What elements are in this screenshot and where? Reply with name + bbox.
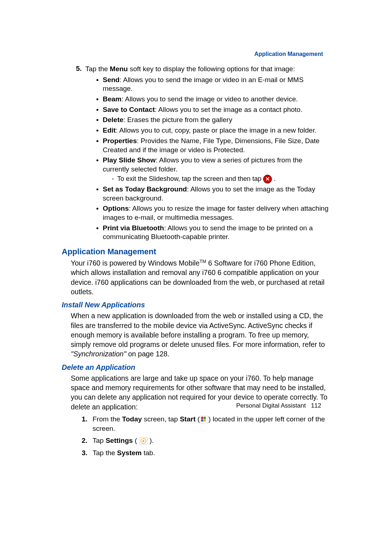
list-item: Save to Contact: Allows you to set the i…	[96, 105, 330, 114]
document-page: Application Management 5. Tap the Menu s…	[0, 0, 392, 458]
section-heading-app-mgmt: Application Management	[62, 247, 330, 256]
sub-list: To exit the Slideshow, tap the screen an…	[103, 175, 330, 183]
menu-options-list: Send: Allows you to send the image or vi…	[62, 76, 330, 242]
settings-gear-icon	[139, 437, 148, 445]
sub-list-item: To exit the Slideshow, tap the screen an…	[112, 175, 330, 183]
header-section-title: Application Management	[62, 51, 330, 57]
list-item: Edit: Allows you to cut, copy, paste or …	[96, 126, 330, 135]
list-item: Print via Bluetooth: Allows you to send …	[96, 224, 330, 242]
step-item: 3. Tap the System tab.	[82, 448, 330, 458]
step-item: 1. From the Today screen, tap Start ( ) …	[82, 414, 330, 433]
sub-heading-install: Install New Applications	[62, 301, 330, 309]
install-body: When a new application is downloaded fro…	[62, 311, 330, 359]
step-text: Tap the Menu soft key to display the fol…	[85, 65, 330, 74]
close-icon: ✕	[263, 175, 272, 183]
list-item: Send: Allows you to send the image or vi…	[96, 76, 330, 93]
step-5: 5. Tap the Menu soft key to display the …	[62, 65, 330, 74]
list-item: Delete: Erases the picture from the gall…	[96, 116, 330, 125]
list-item: Options: Allows you to resize the image …	[96, 204, 330, 222]
sub-heading-delete: Delete an Application	[62, 363, 330, 372]
list-item: Properties: Provides the Name, File Type…	[96, 137, 330, 154]
svg-point-3	[142, 440, 144, 442]
list-item: Set as Today Background: Allows you to s…	[96, 185, 330, 203]
list-item: Play Slide Show: Allows you to view a se…	[96, 156, 330, 183]
list-item: Beam: Allows you to send the image or vi…	[96, 95, 330, 104]
app-mgmt-body: Your i760 is powered by Windows MobileTM…	[62, 258, 330, 296]
page-footer: Personal Digital Assistant 112	[236, 402, 321, 409]
step-item: 2. Tap Settings ( ).	[82, 436, 330, 445]
delete-steps: 1. From the Today screen, tap Start ( ) …	[62, 414, 330, 458]
step-number: 5.	[62, 65, 82, 74]
windows-start-icon	[200, 416, 208, 424]
